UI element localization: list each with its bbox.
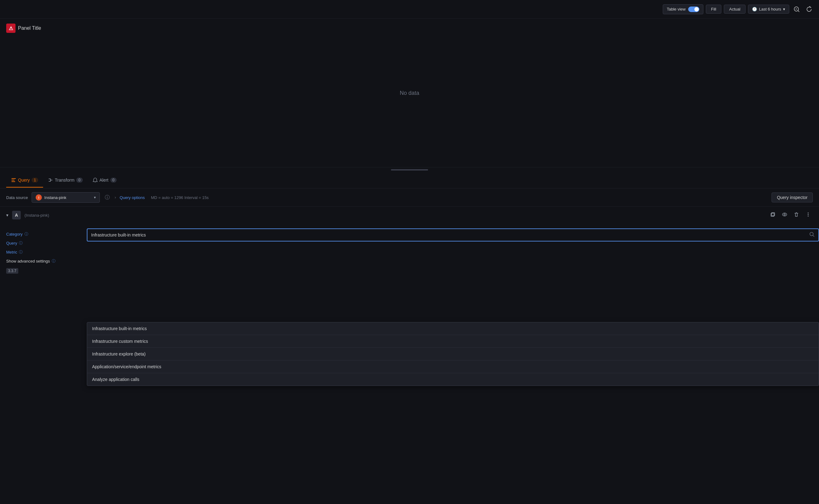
- tab-alert-badge: 0: [110, 178, 117, 183]
- svg-point-9: [784, 214, 786, 215]
- hide-query-button[interactable]: [780, 210, 789, 220]
- no-data-label: No data: [400, 90, 419, 96]
- field-metric-label: Metric: [6, 250, 17, 254]
- actual-button[interactable]: Actual: [724, 5, 746, 14]
- query-editor: ▾ A (Instana-pink): [0, 207, 819, 227]
- zoom-out-button[interactable]: [792, 4, 802, 14]
- tab-transform-label: Transform: [55, 178, 74, 183]
- field-advanced[interactable]: Show advanced settings ⓘ: [6, 257, 81, 266]
- field-category-info: ⓘ: [24, 232, 28, 237]
- tab-alert[interactable]: Alert 0: [88, 173, 122, 188]
- collapse-button[interactable]: ▾: [6, 213, 8, 218]
- field-advanced-info: ⓘ: [52, 259, 55, 264]
- table-view-switch[interactable]: [688, 7, 699, 12]
- tab-transform-badge: 0: [76, 178, 83, 183]
- meta-info: MD = auto = 1296 Interval = 15s: [151, 195, 209, 200]
- search-icon: [809, 232, 815, 238]
- datasource-select[interactable]: i Instana-pink ▾: [32, 192, 100, 203]
- time-range-button[interactable]: 🕐 Last 6 hours ▾: [748, 5, 789, 14]
- field-category[interactable]: Category ⓘ: [6, 230, 81, 239]
- fields-area: Category ⓘ Query ⓘ Metric ⓘ Show advance…: [0, 227, 819, 307]
- tab-query-label: Query: [18, 178, 30, 183]
- svg-rect-5: [11, 181, 15, 182]
- version-badge: 3.3.7: [6, 268, 18, 274]
- datasource-name: Instana-pink: [44, 195, 91, 200]
- dropdown-item-2[interactable]: Infrastructure explore (beta): [87, 348, 819, 360]
- chevron-down-icon: ▾: [94, 195, 96, 200]
- query-tab-icon: [11, 178, 16, 183]
- scroll-bar: [391, 169, 428, 170]
- datasource-bar: Data source i Instana-pink ▾ ⓘ › Query o…: [0, 188, 819, 207]
- field-metric-info: ⓘ: [19, 250, 23, 255]
- dropdown-item-4[interactable]: Analyze application calls: [87, 373, 819, 386]
- tab-query-badge: 1: [32, 178, 38, 183]
- query-actions: [768, 210, 813, 220]
- table-view-label: Table view: [667, 7, 686, 11]
- top-toolbar: Table view Fill Actual 🕐 Last 6 hours ▾: [0, 0, 819, 19]
- svg-point-11: [808, 214, 809, 215]
- svg-line-14: [813, 236, 814, 237]
- dropdown-list: Infrastructure built-in metrics Infrastr…: [87, 322, 819, 386]
- tab-alert-label: Alert: [100, 178, 108, 183]
- alert-icon: ⚠: [6, 24, 15, 33]
- field-query-label: Query: [6, 241, 17, 245]
- panel-area: ⚠ Panel Title No data: [0, 19, 819, 167]
- panel-title: Panel Title: [18, 25, 41, 31]
- transform-tab-icon: [48, 178, 53, 183]
- table-view-toggle[interactable]: Table view: [663, 4, 703, 14]
- svg-point-8: [782, 213, 787, 216]
- field-list: Category ⓘ Query ⓘ Metric ⓘ Show advance…: [0, 227, 87, 307]
- field-category-label: Category: [6, 232, 23, 237]
- time-label: Last 6 hours: [759, 7, 781, 11]
- category-input[interactable]: [91, 232, 809, 237]
- field-query[interactable]: Query ⓘ: [6, 239, 81, 248]
- dropdown-item-1[interactable]: Infrastructure custom metrics: [87, 335, 819, 348]
- datasource-tag: (Instana-pink): [24, 213, 49, 218]
- dropdown-item-3[interactable]: Application/service/endpoint metrics: [87, 360, 819, 373]
- field-query-info: ⓘ: [19, 241, 23, 246]
- time-icon: 🕐: [752, 7, 757, 11]
- fill-button[interactable]: Fill: [706, 5, 722, 14]
- chevron-down-icon: ▾: [783, 7, 785, 11]
- scroll-indicator: [0, 167, 819, 172]
- svg-rect-4: [11, 180, 15, 180]
- category-input-area: Infrastructure built-in metrics Infrastr…: [87, 227, 819, 307]
- query-row: ▾ A (Instana-pink): [6, 210, 813, 220]
- datasource-label: Data source: [6, 195, 28, 200]
- dropdown-item-0[interactable]: Infrastructure built-in metrics: [87, 322, 819, 335]
- tabs-bar: Query 1 Transform 0 Alert 0: [0, 172, 819, 188]
- refresh-button[interactable]: [804, 4, 814, 14]
- svg-point-12: [808, 216, 809, 217]
- tab-transform[interactable]: Transform 0: [43, 173, 88, 188]
- delete-query-button[interactable]: [792, 210, 801, 220]
- instana-logo: i: [36, 194, 42, 201]
- query-options-link[interactable]: Query options: [120, 195, 145, 200]
- panel-header: ⚠ Panel Title: [0, 19, 819, 38]
- field-metric[interactable]: Metric ⓘ: [6, 248, 81, 257]
- query-letter: A: [12, 211, 21, 219]
- duplicate-query-button[interactable]: [768, 210, 777, 220]
- svg-point-13: [810, 232, 813, 236]
- query-inspector-button[interactable]: Query inspector: [772, 192, 813, 202]
- category-input-wrapper: [87, 228, 819, 241]
- info-button[interactable]: ⓘ: [104, 193, 111, 202]
- tab-query[interactable]: Query 1: [6, 173, 43, 188]
- alert-tab-icon: [93, 178, 98, 183]
- more-options-button[interactable]: [804, 210, 813, 220]
- svg-rect-3: [11, 178, 16, 179]
- breadcrumb-arrow: ›: [115, 195, 116, 200]
- svg-point-10: [808, 213, 809, 214]
- svg-line-2: [798, 11, 799, 12]
- field-advanced-label: Show advanced settings: [6, 259, 50, 263]
